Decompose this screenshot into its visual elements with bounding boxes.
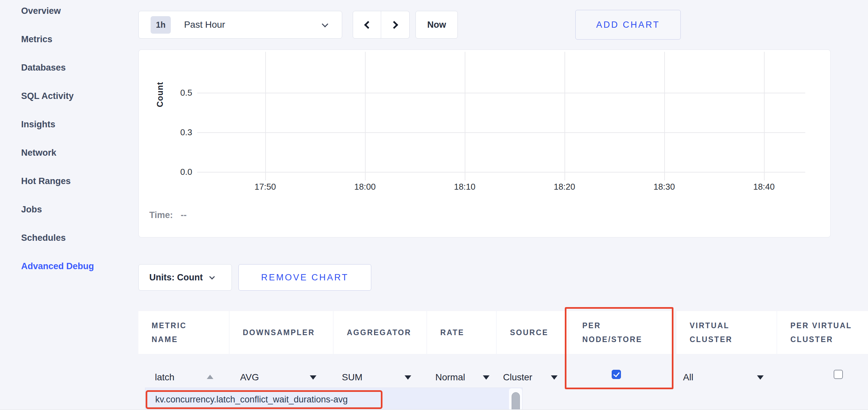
now-button[interactable]: Now: [415, 11, 458, 39]
custom-chart-card: Count 0.5 0.3 0.0 17:50 18:00 18:10 18:2…: [138, 49, 831, 238]
gridline: [764, 52, 765, 180]
rate-select[interactable]: Normal: [435, 372, 465, 383]
header-per-node-store: PER NODE/STORE: [569, 311, 672, 354]
units-label: Units: Count: [149, 272, 203, 283]
sidebar-item-jobs[interactable]: Jobs: [21, 205, 120, 216]
header-line: METRIC: [152, 319, 229, 333]
header-downsampler: DOWNSAMPLER: [229, 311, 333, 354]
sort-up-icon[interactable]: [207, 375, 213, 379]
header-line: CLUSTER: [690, 333, 776, 346]
time-range-select[interactable]: 1h Past Hour: [138, 11, 342, 39]
time-range-badge: 1h: [151, 16, 171, 34]
time-step-buttons: [353, 11, 409, 39]
chevron-right-icon: [390, 21, 398, 29]
add-chart-button[interactable]: ADD CHART: [576, 10, 681, 40]
header-per-virtual-cluster: PER VIRTUAL CLUSTER: [777, 311, 868, 354]
dropdown-scrollbar-thumb[interactable]: [512, 392, 520, 411]
gridline: [197, 172, 805, 173]
sidebar-item-hot-ranges[interactable]: Hot Ranges: [21, 176, 120, 188]
header-virtual-cluster: VIRTUAL CLUSTER: [676, 311, 776, 354]
sidebar-item-sql-activity[interactable]: SQL Activity: [21, 91, 120, 103]
virtual-cluster-select[interactable]: All: [683, 372, 693, 383]
chevron-left-icon: [364, 21, 372, 29]
header-line: RATE: [440, 326, 496, 339]
time-value: --: [181, 210, 187, 220]
sidebar-item-network[interactable]: Network: [21, 148, 120, 159]
metric-suggestion-item[interactable]: kv.concurrency.latch_conflict_wait_durat…: [155, 395, 348, 405]
next-suggestion-row-edge: [0, 409, 868, 411]
x-tick: 18:30: [638, 182, 691, 192]
metric-name-input[interactable]: latch: [155, 372, 175, 383]
source-select[interactable]: Cluster: [503, 372, 532, 383]
sidebar-item-schedules[interactable]: Schedules: [21, 233, 120, 244]
header-rate: RATE: [427, 311, 496, 354]
header-aggregator: AGGREGATOR: [334, 311, 426, 354]
gridline: [265, 52, 266, 180]
downsampler-select[interactable]: AVG: [240, 372, 259, 383]
hover-time-readout: Time: --: [149, 210, 187, 220]
chevron-down-icon: [322, 21, 328, 27]
dropdown-arrow-icon[interactable]: [757, 375, 764, 380]
dropdown-arrow-icon[interactable]: [405, 375, 411, 380]
y-tick-0-3: 0.3: [165, 127, 192, 138]
time-range-label: Past Hour: [184, 20, 225, 30]
per-node-store-checkbox[interactable]: [612, 370, 621, 379]
next-range-button[interactable]: [381, 11, 409, 39]
y-tick-0-0: 0.0: [165, 167, 192, 177]
y-tick-0-5: 0.5: [165, 88, 192, 98]
units-select[interactable]: Units: Count: [138, 264, 232, 290]
x-tick: 18:40: [738, 182, 790, 192]
dropdown-arrow-icon[interactable]: [483, 375, 490, 380]
gridline: [365, 52, 366, 180]
gridline: [197, 93, 805, 93]
aggregator-select[interactable]: SUM: [342, 372, 362, 383]
header-line: DOWNSAMPLER: [243, 326, 333, 339]
advanced-debug-custom-chart-page: Overview Metrics Databases SQL Activity …: [0, 0, 868, 411]
sidebar-item-insights[interactable]: Insights: [21, 119, 120, 131]
header-line: VIRTUAL: [690, 319, 776, 333]
header-line: NODE/STORE: [582, 333, 672, 346]
x-tick: 18:00: [339, 182, 392, 192]
x-tick: 18:20: [538, 182, 591, 192]
dropdown-arrow-icon[interactable]: [551, 375, 558, 380]
sidebar-item-databases[interactable]: Databases: [21, 63, 120, 74]
per-virtual-cluster-checkbox[interactable]: [834, 370, 843, 379]
gridline: [197, 132, 805, 133]
gridline: [664, 52, 665, 180]
header-line: AGGREGATOR: [347, 326, 426, 339]
time-label: Time:: [149, 210, 173, 220]
sidebar-item-advanced-debug[interactable]: Advanced Debug: [21, 261, 120, 273]
sidebar-item-overview[interactable]: Overview: [21, 6, 120, 18]
sidebar-nav: Overview Metrics Databases SQL Activity …: [21, 6, 120, 289]
previous-range-button[interactable]: [353, 11, 381, 39]
header-line: PER: [582, 319, 672, 333]
dropdown-arrow-icon[interactable]: [310, 375, 316, 380]
header-source: SOURCE: [497, 311, 568, 354]
gridline: [465, 52, 465, 180]
header-line: SOURCE: [510, 326, 568, 339]
x-tick: 17:50: [239, 182, 292, 192]
x-tick: 18:10: [438, 182, 491, 192]
header-metric-name: METRIC NAME: [138, 311, 229, 354]
header-line: CLUSTER: [790, 333, 868, 346]
sidebar-item-metrics[interactable]: Metrics: [21, 34, 120, 46]
gridline: [564, 52, 565, 180]
remove-chart-button[interactable]: REMOVE CHART: [239, 264, 371, 290]
header-line: PER VIRTUAL: [790, 319, 868, 333]
y-axis-label: Count: [154, 69, 166, 120]
header-line: NAME: [152, 333, 229, 346]
chevron-down-icon: [209, 274, 215, 280]
